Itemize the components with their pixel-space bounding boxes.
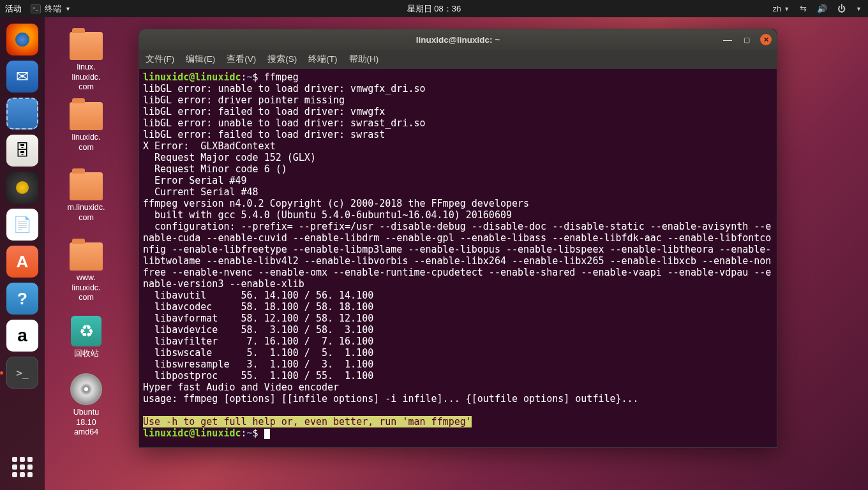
power-icon[interactable]: ⏻ (837, 4, 846, 13)
network-icon[interactable]: ⇆ (800, 4, 807, 13)
terminal-output-line: libtwolame --enable-libv4l2 --enable-lib… (143, 255, 771, 267)
terminal-output-line: libswscale 5. 1.100 / 5. 1.100 (143, 347, 373, 359)
folder-icon (70, 102, 103, 130)
window-title: linuxidc@linuxidc: ~ (416, 35, 500, 45)
terminal-output-line: Error Serial #49 (143, 175, 247, 186)
input-source-indicator[interactable]: zh ▼ (772, 4, 789, 13)
menu-help[interactable]: 帮助(H) (349, 54, 379, 65)
terminal-output-line: libavformat 58. 12.100 / 58. 12.100 (143, 313, 373, 324)
terminal-output-line: libGL error: failed to load driver: vmwg… (143, 106, 385, 117)
terminal-output-line: usage: ffmpeg [options] [[infile options… (143, 393, 639, 405)
terminal-output-line: configuration: --prefix= --prefix=/usr -… (143, 221, 771, 232)
terminal-output-line: X Error: GLXBadContext (143, 140, 276, 152)
folder-icon (70, 242, 103, 271)
volume-icon[interactable]: 🔊 (817, 4, 827, 13)
terminal-output-line: libavcodec 58. 18.100 / 58. 18.100 (143, 301, 373, 313)
menu-terminal[interactable]: 终端(T) (308, 54, 337, 65)
terminal-output-line: libavfilter 7. 16.100 / 7. 16.100 (143, 336, 373, 347)
terminal-output-line: Request Minor code 6 () (143, 163, 287, 175)
desktop-icon[interactable]: www. linuxidc. com (61, 242, 112, 303)
terminal-output-line: Hyper fast Audio and Video encoder (143, 382, 339, 393)
dock-screenshot[interactable] (6, 98, 38, 130)
close-button[interactable] (760, 34, 772, 45)
terminal-output-line: Request Major code 152 (GLX) (143, 152, 316, 163)
dock-help[interactable] (6, 283, 38, 315)
terminal-output-line: libavdevice 58. 3.100 / 58. 3.100 (143, 324, 373, 336)
minimize-button[interactable] (722, 34, 733, 45)
desktop-icon-label: 回收站 (61, 349, 112, 359)
desktop-icon-label: m.linuxidc. com (61, 203, 112, 223)
dock-rhythmbox[interactable] (6, 172, 38, 204)
terminal-output-line: nfig --enable-libfreetype --enable-libmp… (143, 244, 771, 255)
desktop-icon[interactable]: Ubuntu 18.10 amd64 (61, 373, 112, 438)
dock-files[interactable] (6, 135, 38, 167)
folder-icon (70, 172, 103, 200)
dock-firefox[interactable] (6, 24, 38, 56)
terminal-output-line: nable-cuda --enable-cuvid --enable-libdr… (143, 232, 771, 244)
desktop-icon[interactable]: linux. linuxidc. com (61, 32, 112, 93)
desktop-icon[interactable]: linuxidc. com (61, 102, 112, 152)
terminal-output-line: libGL error: unable to load driver: vmwg… (143, 83, 426, 94)
desktop-icon-label: Ubuntu 18.10 amd64 (61, 408, 112, 438)
desktop-icon-label: linuxidc. com (61, 133, 112, 152)
cursor (264, 429, 270, 439)
terminal-icon (31, 4, 41, 13)
terminal-output-line: Current Serial #48 (143, 186, 258, 198)
terminal-output-line: free --enable-nvenc --enable-omx --enabl… (143, 267, 771, 278)
chevron-down-icon: ▼ (65, 6, 71, 12)
menu-edit[interactable]: 编辑(E) (186, 54, 215, 65)
terminal-output-line: built with gcc 5.4.0 (Ubuntu 5.4.0-6ubun… (143, 209, 512, 221)
terminal-output-line: nable-version3 --enable-xlib (143, 278, 304, 290)
desktop-icon-label: linux. linuxidc. com (61, 63, 112, 93)
folder-icon (70, 32, 103, 60)
topbar-app-menu[interactable]: 终端 ▼ (31, 3, 71, 15)
terminal-output-line: libswresample 3. 1.100 / 3. 1.100 (143, 359, 373, 370)
chevron-down-icon: ▼ (784, 6, 789, 12)
terminal-output-line: libavutil 56. 14.100 / 56. 14.100 (143, 290, 373, 301)
terminal-window: linuxidc@linuxidc: ~ 文件(F) 编辑(E) 查看(V) 搜… (138, 29, 777, 448)
app-label: 终端 (45, 3, 61, 15)
menu-search[interactable]: 搜索(S) (267, 54, 297, 65)
terminal-output-line: libGL error: failed to load driver: swra… (143, 129, 385, 140)
disc-icon (70, 373, 102, 405)
dock-terminal[interactable] (6, 357, 38, 389)
terminal-menubar: 文件(F) 编辑(E) 查看(V) 搜索(S) 终端(T) 帮助(H) (139, 50, 777, 69)
terminal-output-line: libGL error: unable to load driver: swra… (143, 117, 426, 129)
clock[interactable]: 星期日 08：36 (407, 3, 461, 15)
desktop-icon[interactable]: 回收站 (61, 316, 112, 359)
window-titlebar[interactable]: linuxidc@linuxidc: ~ (139, 29, 777, 50)
gnome-topbar: 活动 终端 ▼ 星期日 08：36 zh ▼ ⇆ 🔊 ⏻ ▼ (0, 0, 868, 17)
terminal-output-line: libpostproc 55. 1.100 / 55. 1.100 (143, 370, 373, 382)
menu-file[interactable]: 文件(F) (146, 54, 174, 65)
terminal-output-line: libGL error: driver pointer missing (143, 94, 345, 106)
menu-view[interactable]: 查看(V) (227, 54, 256, 65)
terminal-output-line: ffmpeg version n4.0.2 Copyright (c) 2000… (143, 198, 529, 209)
dock-amazon[interactable] (6, 320, 38, 352)
terminal-viewport[interactable]: linuxidc@linuxidc:~$ ffmpeg libGL error:… (139, 69, 777, 447)
dock-libreoffice-writer[interactable] (6, 209, 38, 241)
maximize-button[interactable] (741, 34, 752, 45)
terminal-output-highlight: Use -h to get full help or, even better,… (143, 416, 472, 427)
activities-button[interactable]: 活动 (5, 3, 22, 15)
dock-thunderbird[interactable] (6, 61, 38, 93)
chevron-down-icon: ▼ (856, 6, 862, 12)
desktop-icon-label: www. linuxidc. com (61, 273, 112, 303)
ubuntu-dock (0, 17, 45, 490)
trash-icon (71, 316, 101, 346)
desktop-icon[interactable]: m.linuxidc. com (61, 172, 112, 223)
show-applications-button[interactable] (10, 454, 35, 480)
dock-ubuntu-software[interactable] (6, 246, 38, 278)
